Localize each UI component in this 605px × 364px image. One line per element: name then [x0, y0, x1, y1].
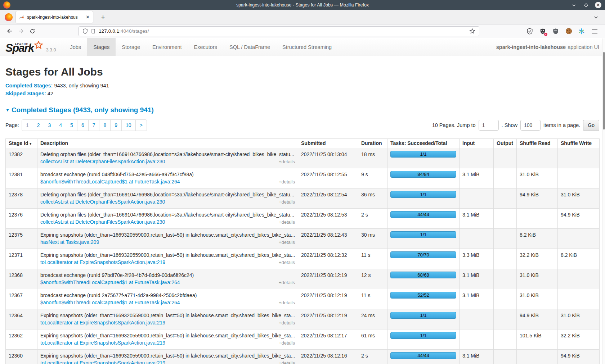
page-button-3[interactable]: 3 — [44, 119, 55, 131]
submitted-cell: 2022/11/25 08:12:16 — [298, 350, 358, 364]
stage-row: 12381 broadcast exchange (runId 048fd06f… — [6, 168, 600, 188]
details-toggle[interactable]: +details — [279, 279, 295, 286]
shuffle-write-cell — [558, 168, 600, 188]
menu-hamburger-icon[interactable] — [591, 27, 599, 35]
stage-callsite-link[interactable]: toLocalIterator at ExpireSnapshotsSparkA… — [40, 339, 165, 346]
stage-callsite-link[interactable]: collectAsList at DeleteOrphanFilesSparkA… — [40, 218, 165, 226]
col-duration[interactable]: Duration — [358, 139, 387, 148]
col-stage-id[interactable]: Stage Id ▾ — [6, 139, 37, 148]
details-toggle[interactable]: +details — [279, 178, 295, 186]
input-size: 3.1 MiB — [462, 212, 479, 218]
page-button-2[interactable]: 2 — [33, 119, 44, 131]
tab-list-chevron-icon[interactable] — [593, 15, 599, 20]
jump-to-input[interactable] — [479, 120, 499, 131]
stage-description: Expiring snapshots (older_than=166932055… — [40, 312, 295, 319]
details-toggle[interactable]: +details — [279, 299, 295, 306]
col-submitted[interactable]: Submitted — [298, 139, 358, 148]
extension-asterisk-icon[interactable] — [578, 27, 586, 35]
page-button-4[interactable]: 4 — [55, 119, 66, 131]
show-count-input[interactable] — [520, 120, 541, 131]
page-button-7[interactable]: 7 — [88, 119, 100, 131]
stage-id-cell: 12381 — [6, 168, 37, 188]
nav-item-executors[interactable]: Executors — [188, 38, 223, 56]
stage-callsite-link[interactable]: toLocalIterator at ExpireSnapshotsSparkA… — [40, 259, 165, 266]
scrollbar-thumb[interactable] — [603, 52, 605, 129]
details-toggle[interactable]: +details — [279, 158, 295, 165]
page-info-icon[interactable] — [91, 28, 96, 34]
input-size: 3.1 MiB — [462, 292, 479, 298]
back-button[interactable] — [4, 26, 15, 37]
completed-stages-section-toggle[interactable]: ▼ Completed Stages (9433, only showing 9… — [5, 106, 599, 114]
nav-item-jobs[interactable]: Jobs — [64, 38, 87, 56]
nav-item-sql-dataframe[interactable]: SQL / DataFrame — [223, 38, 276, 56]
stage-callsite-link[interactable]: toLocalIterator at ExpireSnapshotsSparkA… — [40, 359, 165, 364]
stage-callsite-link[interactable]: collectAsList at DeleteOrphanFilesSparkA… — [40, 198, 165, 205]
nav-item-environment[interactable]: Environment — [146, 38, 188, 56]
tasks-cell: 52/52 — [387, 289, 460, 309]
extension-ublock-icon[interactable] — [552, 27, 560, 35]
tab-close-icon[interactable]: ✕ — [86, 15, 90, 19]
stage-callsite-link[interactable]: collectAsList at DeleteOrphanFilesSparkA… — [40, 158, 165, 165]
details-toggle[interactable]: +details — [279, 360, 295, 364]
stage-description: Expiring snapshots (older_than=166932055… — [40, 332, 295, 339]
go-button[interactable]: Go — [583, 120, 599, 131]
details-toggle[interactable]: +details — [279, 219, 295, 226]
window-title: spark-ingest-into-lakehouse - Stages for… — [0, 3, 605, 8]
page-button-10[interactable]: 10 — [121, 119, 136, 131]
page-button-next[interactable]: > — [135, 119, 147, 131]
col-tasks[interactable]: Tasks: Succeeded/Total — [387, 139, 460, 148]
details-toggle[interactable]: +details — [279, 259, 295, 266]
window-minimize-button[interactable] — [570, 2, 577, 8]
col-shuffle-write[interactable]: Shuffle Write — [558, 139, 600, 148]
nav-item-structured-streaming[interactable]: Structured Streaming — [276, 38, 338, 56]
stage-description: Deleting orphan files (older_than=166910… — [40, 211, 295, 218]
page-button-6[interactable]: 6 — [77, 119, 89, 131]
shuffle-read-cell: 8.2 KiB — [517, 229, 558, 249]
pagination: 1 2 3 4 5 6 7 8 9 10 > — [22, 119, 147, 131]
spark-logo[interactable]: APACHE Spark 3.3.0 — [0, 38, 56, 56]
stage-callsite-link[interactable]: $anonfun$withThreadLocalCaptured$1 at Fu… — [40, 279, 180, 286]
details-toggle[interactable]: +details — [279, 239, 295, 246]
window-close-button[interactable]: × — [595, 2, 601, 8]
duration-value: 2 s — [361, 212, 368, 218]
details-toggle[interactable]: +details — [279, 319, 295, 327]
tasks-cell: 68/68 — [387, 269, 460, 289]
stage-callsite-link[interactable]: hasNext at Tasks.java:209 — [40, 238, 99, 246]
browser-tab[interactable]: spark-ingest-into-lakehous ✕ — [16, 11, 93, 23]
col-shuffle-read[interactable]: Shuffle Read — [517, 139, 558, 148]
firefox-icon — [5, 13, 13, 21]
window-maximize-button[interactable] — [583, 2, 589, 8]
stage-row: 12362 Expiring snapshots (older_than=166… — [6, 329, 600, 350]
tasks-cell: 84/84 — [387, 168, 460, 188]
nav-item-stages[interactable]: Stages — [87, 38, 116, 56]
reload-button[interactable] — [27, 26, 38, 37]
extension-shield-check-icon[interactable] — [526, 27, 534, 35]
forward-button[interactable] — [15, 26, 27, 37]
page-button-5[interactable]: 5 — [66, 119, 77, 131]
stage-callsite-link[interactable]: toLocalIterator at ExpireSnapshotsSparkA… — [40, 319, 165, 326]
url-bar[interactable]: 127.0.0.1:4040/stages/ — [79, 26, 479, 36]
details-toggle[interactable]: +details — [279, 199, 295, 206]
col-description[interactable]: Description — [37, 139, 298, 148]
page-button-8[interactable]: 8 — [99, 119, 111, 131]
page-button-9[interactable]: 9 — [110, 119, 122, 131]
shield-icon[interactable] — [82, 28, 88, 34]
extension-mask-icon[interactable]: × — [539, 27, 547, 35]
new-tab-button[interactable]: + — [98, 12, 108, 22]
stage-callsite-link[interactable]: $anonfun$withThreadLocalCaptured$1 at Fu… — [40, 299, 180, 306]
nav-item-storage[interactable]: Storage — [116, 38, 146, 56]
duration-value: 30 ms — [361, 232, 375, 238]
stage-id-cell: 12362 — [6, 329, 37, 350]
stage-id: 12375 — [9, 232, 23, 238]
col-input[interactable]: Input — [460, 139, 494, 148]
bookmark-star-icon[interactable] — [469, 28, 475, 34]
duration-value: 61 ms — [361, 333, 375, 338]
page-scrollbar[interactable] — [602, 38, 605, 364]
output-cell — [494, 269, 517, 289]
stage-callsite-link[interactable]: $anonfun$withThreadLocalCaptured$1 at Fu… — [40, 178, 180, 185]
url-text: 127.0.0.1:4040/stages/ — [99, 28, 149, 34]
col-output[interactable]: Output — [494, 139, 517, 148]
details-toggle[interactable]: +details — [279, 340, 295, 347]
stage-id: 12378 — [9, 192, 23, 197]
extension-cookie-icon[interactable] — [565, 27, 573, 35]
